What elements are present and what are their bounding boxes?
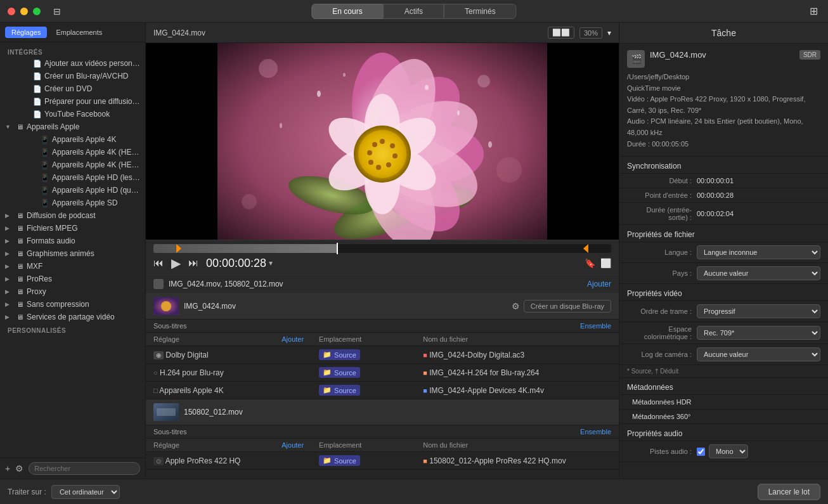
file-info-audio: Audio : PCM linéaire, 24 bits Entier (pe… <box>627 116 820 138</box>
minimize-button[interactable] <box>20 8 28 15</box>
sidebar-item-services-partage[interactable]: ▶ 🖥 Services de partage vidéo <box>0 311 145 323</box>
job-item-1-create-disc-button[interactable]: Créer un disque Blu-ray <box>524 300 611 313</box>
file-info-path: /Users/jeffy/Desktop <box>627 72 820 83</box>
go-to-start-button[interactable]: ⏮ <box>153 257 164 269</box>
sidebar-tab-emplacements[interactable]: Emplacements <box>49 27 108 38</box>
sidebar-item-appareils-apple-sd[interactable]: 📱 Appareils Apple SD <box>0 197 145 209</box>
sidebar-item-mxf[interactable]: ▶ 🖥 MXF <box>0 260 145 273</box>
pistes-select[interactable]: Mono <box>709 444 748 458</box>
sidebar-item-fichiers-mpeg[interactable]: ▶ 🖥 Fichiers MPEG <box>0 222 145 235</box>
sidebar-item-label: Appareils Apple HD (les pl... <box>52 173 140 182</box>
tab-en-cours[interactable]: En cours <box>311 4 383 19</box>
sidebar-item-creer-dvd[interactable]: 📄 Créer un DVD <box>0 82 145 95</box>
table-row: ⊙ Apple ProRes 422 HQ 📁 Source ■ 150802_… <box>146 452 619 470</box>
svg-point-32 <box>317 91 321 97</box>
ensemble-button-2[interactable]: Ensemble <box>580 428 611 436</box>
job-header-icon <box>153 279 164 289</box>
sidebar-item-diffusion-podcast[interactable]: ▶ 🖥 Diffusion de podcast <box>0 209 145 222</box>
zoom-button[interactable]: 30% <box>579 27 602 39</box>
panel-title: Tâche <box>619 23 828 44</box>
sidebar-item-graphismes-animes[interactable]: ▶ 🖥 Graphismes animés <box>0 247 145 260</box>
job-item-2-name: 150802_012.mov <box>184 408 611 417</box>
expand-arrow-icon: ▶ <box>5 212 13 219</box>
group-icon: 🖥 <box>15 313 24 321</box>
sidebar-item-label: Appareils Apple HD (qualit... <box>52 186 140 195</box>
view-split-button[interactable]: ⬜⬜ <box>548 27 574 39</box>
process-select[interactable]: Cet ordinateur <box>51 485 120 499</box>
job-item-1-gear-button[interactable]: ⚙ <box>512 301 520 311</box>
filename-cell-2: ■ 150802_012-Apple ProRes 422 HQ.mov <box>415 452 619 470</box>
svg-point-39 <box>161 301 171 311</box>
sidebar-item-appareils-apple-4k[interactable]: 📱 Appareils Apple 4K <box>0 133 145 146</box>
pistes-checkbox[interactable] <box>697 448 705 456</box>
langue-select[interactable]: Langue inconnue <box>697 245 820 259</box>
job-item-1-add-row-button[interactable]: Ajouter <box>281 335 304 343</box>
tab-actifs[interactable]: Actifs <box>384 4 444 19</box>
pays-select[interactable]: Aucune valeur <box>697 266 820 280</box>
go-to-end-button[interactable]: ⏭ <box>188 257 198 269</box>
share-icon[interactable]: ⬜ <box>600 258 611 268</box>
filename-label: IMG_0424-H.264 for Blu-ray.264 <box>429 368 539 377</box>
timeline-track[interactable] <box>153 244 611 253</box>
sidebar-list: INTÉGRÉS 📄 Ajouter aux vidéos personnel.… <box>0 42 145 458</box>
sync-entree-value: 00:00:00:28 <box>697 191 820 199</box>
bookmark-icon[interactable]: 🔖 <box>585 258 595 268</box>
location-tag-2: 📁 Source <box>319 455 360 466</box>
device-icon: 📱 <box>41 135 49 144</box>
device-icon: 📱 <box>41 198 49 207</box>
sidebar-toggle-button[interactable]: ⊟ <box>51 4 63 19</box>
tab-termines[interactable]: Terminés <box>444 4 517 19</box>
setting-cell-prores: ⊙ Apple ProRes 422 HQ <box>146 452 311 470</box>
setting-cell-device: □ Appareils Apple 4K <box>146 382 311 399</box>
titlebar: ⊟ En cours Actifs Terminés ⊞ <box>0 0 828 23</box>
espace-select[interactable]: Rec. 709* <box>697 326 820 340</box>
timecode-dropdown-button[interactable]: ▾ <box>269 259 273 268</box>
add-item-button[interactable]: + <box>5 463 10 474</box>
maximize-button[interactable] <box>33 8 41 15</box>
folder-icon: 📁 <box>323 368 332 377</box>
job-add-button[interactable]: Ajouter <box>587 280 611 288</box>
expand-arrow-icon: ▶ <box>5 288 13 295</box>
sidebar-item-proxy[interactable]: ▶ 🖥 Proxy <box>0 285 145 298</box>
sidebar-item-appareils-apple-hd-qual[interactable]: 📱 Appareils Apple HD (qualit... <box>0 184 145 197</box>
close-button[interactable] <box>8 8 15 15</box>
device-icon: 📱 <box>41 160 49 169</box>
audio-props-section-header: Propriétés audio <box>619 424 828 441</box>
sidebar-item-preparer-diffusion[interactable]: 📄 Préparer pour une diffusion v... <box>0 95 145 108</box>
device-icon: 📱 <box>41 173 49 182</box>
sidebar-item-youtube-facebook[interactable]: 📄 YouTube Facebook <box>0 108 145 120</box>
ensemble-button[interactable]: Ensemble <box>580 322 611 330</box>
sidebar-item-label: Ajouter aux vidéos personnel... <box>44 59 140 68</box>
sync-entree-label: Point d'entrée : <box>627 191 697 199</box>
espace-label: Espace colorimétrique : <box>627 325 697 340</box>
sidebar-item-appareils-apple-4k-hevc2[interactable]: 📱 Appareils Apple 4K (HEVC... <box>0 158 145 171</box>
ac3-file-icon: ■ <box>423 351 427 359</box>
sidebar-item-formats-audio[interactable]: ▶ 🖥 Formats audio <box>0 235 145 247</box>
audio-props-pistes-row: Pistes audio : Mono <box>619 441 828 462</box>
transport-controls: ⏮ ▶ ⏭ 00:00:00:28 ▾ 🔖 ⬜ <box>153 255 611 271</box>
trame-select[interactable]: Progressif <box>697 304 820 318</box>
settings-icon[interactable]: ⊞ <box>807 3 820 20</box>
sidebar-tab-reglages[interactable]: Réglages <box>5 27 47 38</box>
search-input[interactable] <box>29 462 140 475</box>
sidebar-item-creer-bluray[interactable]: 📄 Créer un Blu-ray/AVCHD <box>0 70 145 82</box>
settings-item-button[interactable]: ⚙ <box>15 463 23 474</box>
job-item-2-add-row-button[interactable]: Ajouter <box>281 441 304 449</box>
pistes-label: Pistes audio : <box>627 448 697 455</box>
process-label: Traiter sur : <box>8 488 46 496</box>
sidebar-item-appareils-apple[interactable]: ▼ 🖥 Appareils Apple <box>0 120 145 133</box>
sidebar-item-label: ProRes <box>27 275 140 283</box>
sidebar-item-prores[interactable]: ▶ 🖥 ProRes <box>0 273 145 285</box>
launch-button[interactable]: Lancer le lot <box>758 484 820 500</box>
camera-select[interactable]: Aucune valeur <box>697 347 820 361</box>
table-row: ○ H.264 pour Blu-ray 📁 Source ■ IMG_0424… <box>146 364 619 382</box>
job-item-2-thumb <box>153 403 179 421</box>
location-tag: 📁 Source <box>319 349 360 360</box>
sidebar-item-appareils-apple-hd-pl[interactable]: 📱 Appareils Apple HD (les pl... <box>0 171 145 184</box>
titlebar-right: ⊞ <box>807 3 820 20</box>
sidebar-item-ajouter-videos[interactable]: 📄 Ajouter aux vidéos personnel... <box>0 57 145 70</box>
sidebar-item-sans-compression[interactable]: ▶ 🖥 Sans compression <box>0 298 145 311</box>
filename-label: IMG_0424-Dolby Digital.ac3 <box>429 351 524 359</box>
sidebar-item-appareils-apple-4k-hevc1[interactable]: 📱 Appareils Apple 4K (HEVC... <box>0 146 145 158</box>
play-button[interactable]: ▶ <box>171 255 181 271</box>
